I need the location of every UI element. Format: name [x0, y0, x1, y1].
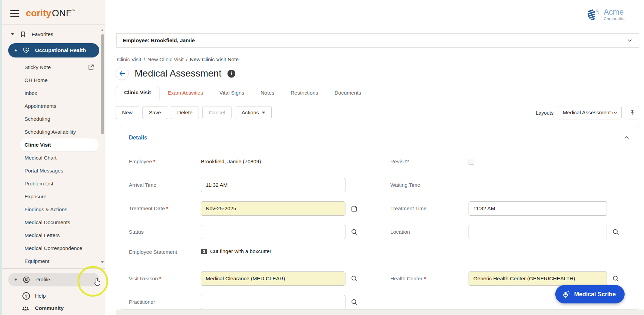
save-button[interactable]: Save: [142, 106, 167, 119]
sidebar-item-profile[interactable]: Profile: [8, 273, 99, 286]
sidebar-item-sticky-note[interactable]: Sticky Note: [24, 61, 99, 74]
sidebar-module-occupational-health[interactable]: Occupational Health: [8, 43, 99, 57]
brand-primary: cority: [26, 8, 51, 19]
breadcrumb-segment-2[interactable]: New Clinic Visit: [148, 56, 184, 62]
visit-reason-input[interactable]: [201, 271, 345, 286]
pin-layout-button[interactable]: [626, 106, 639, 119]
sidebar-item-problem-list[interactable]: Problem List: [24, 177, 99, 190]
sidebar-item-scheduling[interactable]: Scheduling: [24, 113, 99, 126]
sidebar-item-community[interactable]: Community: [2, 302, 105, 314]
medical-scribe-button[interactable]: Medical Scribe: [555, 285, 625, 303]
sidebar-item-medical-letters[interactable]: Medical Letters: [24, 229, 99, 242]
field-treatment-time: Treatment Time: [390, 201, 630, 216]
sidebar-item-label: Inbox: [24, 90, 37, 96]
sidebar-item-label: Clinic Visit: [24, 142, 51, 148]
scroll-down-arrow[interactable]: [101, 261, 104, 263]
sidebar-item-clinic-visit[interactable]: Clinic Visit: [20, 138, 99, 151]
section-title-details[interactable]: Details: [129, 134, 147, 141]
sidebar-item-label: Appointments: [24, 103, 56, 109]
sidebar-item-inbox[interactable]: Inbox: [24, 87, 99, 100]
search-icon[interactable]: [345, 275, 369, 282]
tab-clinic-visit[interactable]: Clinic Visit: [116, 86, 159, 100]
search-icon[interactable]: [345, 228, 369, 236]
sidebar-item-findings-actions[interactable]: Findings & Actions: [24, 203, 99, 216]
employee-selector-value: Employee: Brookfield, Jamie: [123, 37, 195, 44]
sidebar-scrollbar[interactable]: [101, 34, 104, 134]
search-icon[interactable]: [607, 228, 630, 236]
tab-restrictions[interactable]: Restrictions: [283, 86, 326, 100]
arrival-time-input[interactable]: [201, 178, 345, 192]
caret-down-icon: [11, 33, 14, 35]
cancel-button: Cancel: [202, 106, 232, 119]
search-icon[interactable]: [607, 275, 630, 282]
practitioner-label: Practitioner: [129, 299, 155, 305]
employee-statement-label: Employee Statement: [129, 249, 177, 255]
search-icon[interactable]: [345, 298, 369, 306]
sidebar-item-label: Medical Correspondence: [24, 245, 82, 251]
back-button[interactable]: [116, 67, 129, 80]
sidebar-item-equipment[interactable]: Equipment: [24, 255, 99, 268]
sidebar-item-favorites[interactable]: Favorites: [2, 24, 105, 42]
sidebar-item-medical-correspondence[interactable]: Medical Correspondence: [24, 242, 99, 255]
open-in-new-icon[interactable]: [87, 64, 95, 72]
sidebar-item-scheduling-availability[interactable]: Scheduling Availability: [24, 126, 99, 138]
treatment-time-input[interactable]: [469, 201, 607, 216]
delete-button[interactable]: Delete: [171, 106, 199, 119]
employee-label: Employee: [129, 159, 152, 165]
page-title: Medical Assessment: [135, 68, 221, 79]
info-icon[interactable]: i: [227, 70, 235, 78]
revisit-checkbox[interactable]: [469, 159, 474, 165]
breadcrumb-segment-3: New Clinic Visit Note: [190, 56, 239, 62]
sidebar-item-exposure[interactable]: Exposure: [24, 190, 99, 203]
sidebar-item-label: OH Home: [24, 77, 48, 83]
layout-select[interactable]: Medical Assessment (: [558, 106, 622, 119]
sidebar-item-portal-messages[interactable]: Portal Messages: [24, 164, 99, 177]
help-label: Help: [35, 293, 46, 299]
tab-notes[interactable]: Notes: [252, 86, 283, 100]
health-center-input[interactable]: [469, 271, 607, 286]
treatment-date-input[interactable]: [201, 201, 345, 216]
visit-reason-label: Visit Reason: [129, 276, 158, 282]
caret-down-icon: [262, 112, 265, 114]
breadcrumb-separator: /: [186, 56, 187, 62]
scroll-up-arrow[interactable]: [101, 29, 104, 31]
org-subtitle: Corporation: [604, 17, 626, 21]
practitioner-input[interactable]: [201, 295, 345, 309]
actions-button[interactable]: Actions: [235, 106, 272, 119]
menu-toggle-icon[interactable]: [10, 10, 19, 17]
tab-vital-signs[interactable]: Vital Signs: [211, 86, 252, 100]
status-input[interactable]: [201, 225, 345, 239]
tab-exam-activities[interactable]: Exam Activities: [159, 86, 211, 100]
sidebar-item-label: Problem List: [24, 181, 53, 187]
translate-icon[interactable]: G: [201, 249, 207, 254]
community-people-icon: [21, 304, 30, 312]
sidebar-footer-divider: [2, 268, 105, 269]
field-status: Status: [129, 225, 369, 239]
field-waiting-time: Waiting Time: [390, 178, 630, 192]
cority-one-logo: cority ONE ™: [26, 8, 75, 19]
tab-documents[interactable]: Documents: [326, 86, 369, 100]
sidebar-item-oh-home[interactable]: OH Home: [24, 74, 99, 87]
employee-selector[interactable]: Employee: Brookfield, Jamie: [116, 33, 639, 48]
field-practitioner: Practitioner: [129, 295, 369, 309]
sidebar-item-medical-chart[interactable]: Medical Chart: [24, 151, 99, 164]
collapse-section-button[interactable]: [623, 134, 630, 141]
calendar-icon[interactable]: [345, 205, 369, 212]
field-health-center: Health Center*: [390, 271, 630, 286]
sidebar-item-help[interactable]: ? Help: [2, 290, 105, 302]
location-label: Location: [390, 229, 410, 235]
field-revisit: Revisit?: [390, 154, 630, 169]
breadcrumb-segment-1[interactable]: Clinic Visit: [117, 56, 141, 62]
bookmark-icon: [19, 31, 27, 38]
location-input[interactable]: [469, 225, 607, 239]
required-marker: *: [159, 276, 162, 282]
page-bottom-strip: [116, 310, 644, 315]
sidebar-item-appointments[interactable]: Appointments: [24, 100, 99, 113]
employee-statement-value[interactable]: Cut finger with a boxcutter: [210, 248, 271, 254]
field-visit-reason: Visit Reason*: [129, 271, 369, 286]
sidebar-item-label: Exposure: [24, 194, 47, 200]
new-button[interactable]: New: [116, 106, 139, 119]
microphone-sparkle-icon: [561, 290, 571, 299]
sidebar-item-medical-documents[interactable]: Medical Documents: [24, 216, 99, 229]
community-label: Community: [35, 305, 64, 311]
